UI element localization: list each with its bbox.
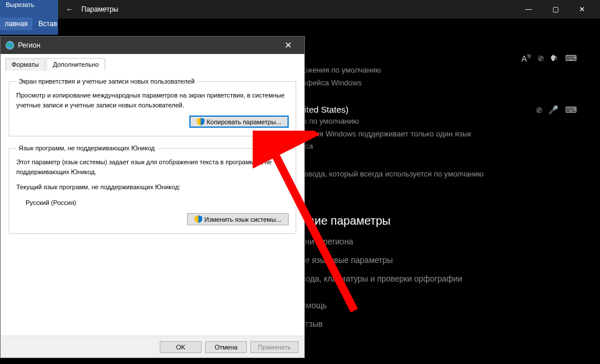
group-description: Этот параметр (язык системы) задает язык… [16, 157, 289, 176]
ok-button[interactable]: OK [160, 341, 202, 353]
group-legend: Язык программ, не поддерживающих Юникод [16, 145, 157, 152]
button-label: Изменить язык системы... [204, 216, 281, 223]
region-titlebar[interactable]: Регион ✕ [1, 37, 304, 54]
minimize-button[interactable]: — [515, 0, 542, 19]
non-unicode-group: Язык программ, не поддерживающих Юникод … [9, 145, 296, 234]
region-dialog: Регион ✕ Форматы Дополнительно Экран при… [0, 36, 305, 358]
cancel-button[interactable]: Отмена [205, 341, 247, 353]
region-dialog-footer: OK Отмена Применить [1, 336, 304, 358]
ribbon-tab-home[interactable]: лавная [0, 17, 33, 30]
word-ribbon-fragment: Вырезать лавная Встав [0, 0, 58, 35]
language-sub: нтерфейса Windows [290, 77, 588, 89]
settings-link-input[interactable]: я ввода, клавиатуры и проверки орфографи… [290, 274, 588, 283]
close-button[interactable]: ✕ [569, 0, 595, 19]
tab-formats[interactable]: Форматы [5, 58, 45, 71]
tab-advanced[interactable]: Дополнительно [46, 58, 105, 71]
current-locale-label: Текущий язык программ, не поддерживающих… [16, 182, 289, 192]
region-dialog-title: Регион [18, 41, 41, 49]
language-sub: вода по умолчанию [290, 116, 588, 127]
shield-icon [195, 215, 202, 223]
settings-link-help[interactable]: ь помощь [290, 301, 588, 310]
display-icon: ⎚ [537, 105, 541, 114]
copy-settings-button[interactable]: Копировать параметры... [189, 116, 289, 128]
settings-link-feedback[interactable]: ть отзыв [290, 319, 588, 329]
tab-content-advanced: Экран приветствия и учетные записи новых… [1, 71, 304, 249]
back-button[interactable]: ← [63, 2, 77, 16]
tts-icon: 🗣 [550, 53, 558, 63]
maximize-button[interactable]: ▢ [542, 0, 569, 19]
keyboard-icon: ⌨ [565, 53, 577, 63]
shield-icon [197, 118, 204, 125]
section-heading: ующие параметры [290, 214, 588, 228]
button-label: Копировать параметры... [207, 118, 281, 125]
settings-titlebar: ← Параметры — ▢ ✕ [58, 0, 600, 19]
change-system-locale-button[interactable]: Изменить язык системы... [187, 213, 289, 225]
settings-title: Параметры [81, 5, 118, 13]
language-sub: риложения по умолчанию [290, 64, 588, 76]
region-tabs: Форматы Дополнительно [1, 54, 304, 71]
current-locale-value: Русский (Россия) [26, 198, 289, 208]
region-close-button[interactable]: ✕ [276, 37, 300, 54]
keyboard-icon: ⌨ [565, 105, 577, 114]
input-method-hint: тод ввода, который всегда используется п… [290, 168, 588, 180]
apply-button[interactable]: Применить [250, 341, 299, 353]
settings-link-region[interactable]: емени и региона [290, 237, 588, 246]
language-sub: лицензия Windows поддерживает только оди… [290, 128, 588, 140]
font-icon: A字 [522, 53, 531, 63]
globe-icon [5, 41, 15, 50]
mic-icon: 🎤 [548, 105, 558, 114]
language-sub: фейса [290, 140, 588, 152]
group-description: Просмотр и копирование международных пар… [16, 91, 289, 110]
display-icon: ⎚ [538, 53, 543, 63]
group-legend: Экран приветствия и учетные записи новых… [16, 78, 197, 85]
settings-link-language[interactable]: вные языковые параметры [290, 255, 588, 265]
cut-command[interactable]: Вырезать [3, 0, 37, 9]
welcome-screen-group: Экран приветствия и учетные записи новых… [9, 78, 296, 136]
